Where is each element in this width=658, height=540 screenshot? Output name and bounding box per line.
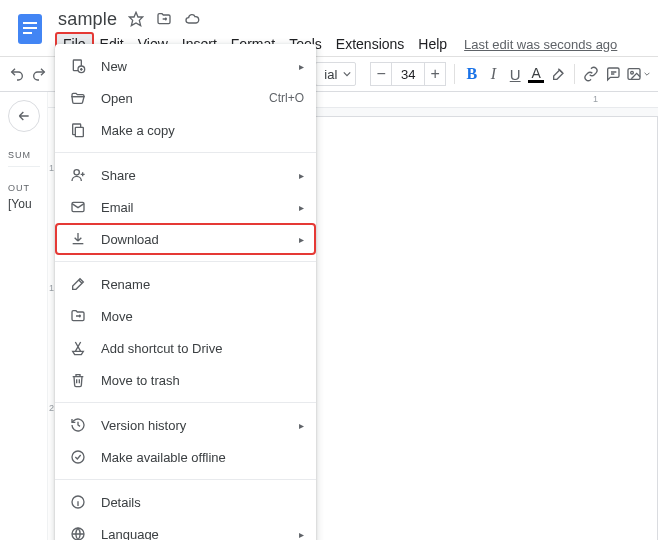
menu-item-details[interactable]: Details <box>55 486 316 518</box>
trash-icon <box>69 371 87 389</box>
comment-button[interactable] <box>604 62 622 86</box>
menu-divider <box>55 261 316 262</box>
chevron-right-icon: ▸ <box>299 170 304 181</box>
menu-item-label: Version history <box>101 418 285 433</box>
menu-item-label: Move to trash <box>101 373 304 388</box>
menu-item-label: Email <box>101 200 285 215</box>
move-folder-icon[interactable] <box>155 10 173 28</box>
menu-item-rename[interactable]: Rename <box>55 268 316 300</box>
vruler-mark: 1 <box>49 163 54 173</box>
chevron-right-icon: ▸ <box>299 420 304 431</box>
person-plus-icon <box>69 166 87 184</box>
download-icon <box>69 230 87 248</box>
menu-item-make-copy[interactable]: Make a copy <box>55 114 316 146</box>
cloud-status-icon[interactable] <box>183 10 201 28</box>
menu-item-label: Add shortcut to Drive <box>101 341 304 356</box>
menu-item-move[interactable]: Move <box>55 300 316 332</box>
font-family-value: ial <box>324 67 337 82</box>
copy-icon <box>69 121 87 139</box>
menu-item-trash[interactable]: Move to trash <box>55 364 316 396</box>
chevron-right-icon: ▸ <box>299 529 304 540</box>
chevron-right-icon: ▸ <box>299 234 304 245</box>
menu-item-label: Make a copy <box>101 123 304 138</box>
menu-item-label: Details <box>101 495 304 510</box>
star-icon[interactable] <box>127 10 145 28</box>
menu-item-label: Make available offline <box>101 450 304 465</box>
chevron-right-icon: ▸ <box>299 202 304 213</box>
back-button[interactable] <box>8 100 40 132</box>
decrease-font-button[interactable]: − <box>370 62 392 86</box>
offline-icon <box>69 448 87 466</box>
menu-item-version-history[interactable]: Version history▸ <box>55 409 316 441</box>
redo-icon[interactable] <box>30 62 48 86</box>
menu-item-add-shortcut[interactable]: Add shortcut to Drive <box>55 332 316 364</box>
menu-item-label: Rename <box>101 277 304 292</box>
docs-logo-icon[interactable] <box>12 10 48 46</box>
outline-item[interactable]: [You <box>0 197 32 211</box>
summary-heading: SUM <box>0 144 31 162</box>
menu-item-label: Open <box>101 91 255 106</box>
menu-shortcut: Ctrl+O <box>269 91 304 105</box>
title-row: sample <box>52 8 658 30</box>
link-button[interactable] <box>583 62 601 86</box>
menu-item-download[interactable]: Download▸ <box>55 223 316 255</box>
folder-open-icon <box>69 89 87 107</box>
menu-item-share[interactable]: Share▸ <box>55 159 316 191</box>
text-color-button[interactable]: A <box>528 62 544 86</box>
menu-item-new[interactable]: New▸ <box>55 50 316 82</box>
svg-rect-2 <box>23 27 37 29</box>
menu-item-open[interactable]: OpenCtrl+O <box>55 82 316 114</box>
document-title[interactable]: sample <box>58 9 117 30</box>
svg-rect-9 <box>75 127 83 136</box>
mail-icon <box>69 198 87 216</box>
menu-item-label: Move <box>101 309 304 324</box>
bold-button[interactable]: B <box>463 62 481 86</box>
menu-item-label: Download <box>101 232 285 247</box>
menu-divider <box>55 479 316 480</box>
globe-icon <box>69 525 87 540</box>
menubar-item-help[interactable]: Help <box>411 33 454 55</box>
file-menu-dropdown: New▸OpenCtrl+OMake a copyShare▸Email▸Dow… <box>55 44 316 540</box>
vruler-mark: 1 <box>49 283 54 293</box>
vruler-mark: 2 <box>49 403 54 413</box>
history-icon <box>69 416 87 434</box>
menu-item-language[interactable]: Language▸ <box>55 518 316 540</box>
increase-font-button[interactable]: + <box>424 62 446 86</box>
doc-plus-icon <box>69 57 87 75</box>
image-button[interactable] <box>626 62 650 86</box>
menu-item-label: New <box>101 59 285 74</box>
undo-icon[interactable] <box>8 62 26 86</box>
italic-button[interactable]: I <box>485 62 503 86</box>
svg-rect-1 <box>23 22 37 24</box>
chevron-down-icon <box>343 70 351 78</box>
outline-heading: OUT <box>0 177 30 195</box>
highlight-button[interactable] <box>548 62 566 86</box>
font-family-select[interactable]: ial <box>315 62 356 86</box>
svg-point-12 <box>72 451 84 463</box>
outline-sidebar: SUM OUT [You <box>0 92 48 540</box>
underline-button[interactable]: U <box>506 62 524 86</box>
menu-item-email[interactable]: Email▸ <box>55 191 316 223</box>
move-icon <box>69 307 87 325</box>
last-edit-link[interactable]: Last edit was seconds ago <box>464 37 617 52</box>
font-size-value[interactable]: 34 <box>392 62 424 86</box>
info-icon <box>69 493 87 511</box>
ruler-mark: 1 <box>593 94 598 104</box>
menu-item-label: Language <box>101 527 285 541</box>
chevron-right-icon: ▸ <box>299 61 304 72</box>
drive-shortcut-icon <box>69 339 87 357</box>
menu-item-label: Share <box>101 168 285 183</box>
svg-point-10 <box>74 170 79 175</box>
menu-divider <box>55 152 316 153</box>
menubar-item-extensions[interactable]: Extensions <box>329 33 411 55</box>
menu-item-offline[interactable]: Make available offline <box>55 441 316 473</box>
font-size-stepper: − 34 + <box>370 62 446 86</box>
svg-point-6 <box>631 71 634 74</box>
svg-rect-3 <box>23 32 32 34</box>
svg-marker-4 <box>130 12 143 25</box>
menu-divider <box>55 402 316 403</box>
rename-icon <box>69 275 87 293</box>
